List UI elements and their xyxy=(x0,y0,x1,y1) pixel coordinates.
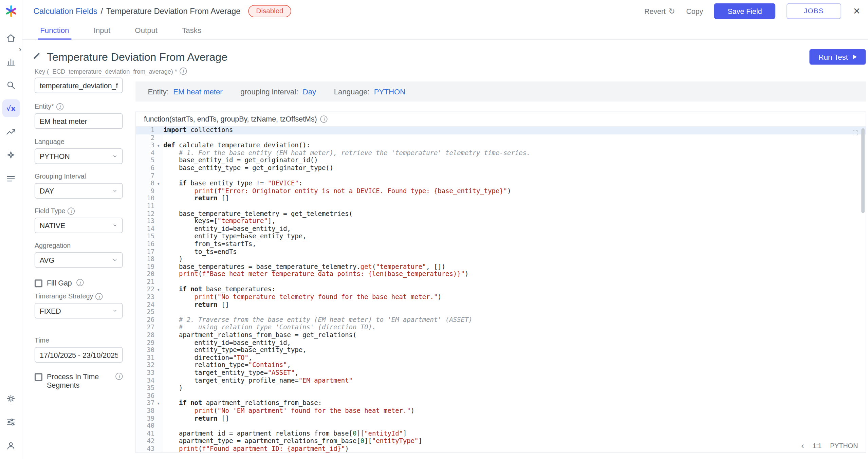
code-line[interactable]: 24 return [] xyxy=(136,301,866,309)
code-line[interactable]: 30 entity_type=base_entity_type, xyxy=(136,347,866,354)
code-line[interactable]: 21 xyxy=(136,278,866,286)
info-icon[interactable] xyxy=(115,373,123,380)
automation-icon[interactable] xyxy=(2,146,20,164)
app-logo-icon[interactable] xyxy=(4,4,17,18)
code-line[interactable]: 40 xyxy=(136,422,866,430)
code-line[interactable]: 38 print("No 'EM apartment' found for th… xyxy=(136,407,866,415)
code-line[interactable]: 12 base_temperature_telemetry = get_tele… xyxy=(136,210,866,218)
jobs-button[interactable]: JOBS xyxy=(787,3,841,19)
code-line[interactable]: 28 apartment_relations_from_base = get_r… xyxy=(136,331,866,339)
sidebar-expand-button[interactable]: › xyxy=(16,44,24,53)
timerange-strategy-select[interactable]: FIXED xyxy=(35,303,123,318)
code-line[interactable]: 10 return [] xyxy=(136,195,866,202)
context-grouping-value[interactable]: Day xyxy=(303,87,316,96)
context-entity-value[interactable]: EM heat meter xyxy=(173,87,223,96)
entity-input[interactable] xyxy=(35,113,123,129)
code-line[interactable]: 6 base_entity_type = get_originator_type… xyxy=(136,165,866,172)
tab-input[interactable]: Input xyxy=(85,22,119,39)
code-line[interactable]: 41 apartment_id = apartment_relations_fr… xyxy=(136,430,866,438)
code-line[interactable]: 31 direction="TO", xyxy=(136,354,866,362)
tab-tasks[interactable]: Tasks xyxy=(173,22,210,39)
code-line[interactable]: 35 ) xyxy=(136,385,866,392)
breadcrumb-root-link[interactable]: Calculation Fields xyxy=(34,7,97,16)
code-line[interactable]: 14 entity_id=base_entity_id, xyxy=(136,225,866,233)
code-line[interactable]: 15 entity_type=base_entity_type, xyxy=(136,233,866,240)
fold-marker-icon[interactable]: ▾ xyxy=(154,142,162,150)
menu-icon[interactable] xyxy=(2,170,20,188)
tab-output[interactable]: Output xyxy=(126,22,166,39)
fill-gap-checkbox[interactable]: Fill Gap xyxy=(35,279,123,288)
code-line[interactable]: 29 entity_id=base_entity_id, xyxy=(136,339,866,347)
language-select[interactable]: PYTHON xyxy=(35,148,123,164)
code-line[interactable]: 20 print(f"Base heat meter temperature d… xyxy=(136,271,866,278)
field-type-select[interactable]: NATIVE xyxy=(35,218,123,233)
home-icon[interactable] xyxy=(2,29,20,47)
function-signature: function(startTs, endTs, groupBy, tzName… xyxy=(144,115,317,124)
save-field-button[interactable]: Save Field xyxy=(714,3,775,19)
code-line[interactable]: 17 to_ts=endTs xyxy=(136,248,866,255)
profile-icon[interactable] xyxy=(2,436,20,454)
analytics-icon[interactable] xyxy=(2,52,20,70)
edit-title-icon[interactable] xyxy=(32,51,41,62)
close-icon[interactable]: × xyxy=(853,5,860,17)
code-line[interactable]: 4 # 1. For the base entity (EM heat mete… xyxy=(136,149,866,157)
code-line[interactable]: 22▾ if not base_temperatures: xyxy=(136,286,866,293)
code-line[interactable]: 42 apartment_type = apartment_relations_… xyxy=(136,438,866,445)
code-line[interactable]: 39 return [] xyxy=(136,415,866,422)
line-number: 34 xyxy=(136,377,154,384)
code-line[interactable]: 37▾ if not apartment_relations_from_base… xyxy=(136,400,866,407)
search-icon[interactable] xyxy=(2,76,20,94)
code-line[interactable]: 23 print("No temperature telemetry found… xyxy=(136,293,866,301)
editor-language[interactable]: PYTHON xyxy=(830,442,858,449)
code-line[interactable]: 16 from_ts=startTs, xyxy=(136,240,866,248)
grouping-interval-select[interactable]: DAY xyxy=(35,183,123,199)
fullscreen-icon[interactable] xyxy=(852,129,858,138)
code-line[interactable]: 26 # 2. Traverse from the base entity (E… xyxy=(136,316,866,324)
code-line[interactable]: 18 ) xyxy=(136,256,866,263)
context-language-value[interactable]: PYTHON xyxy=(374,87,405,96)
editor-scrollbar[interactable] xyxy=(861,128,865,213)
info-icon[interactable] xyxy=(68,207,75,214)
calculated-fields-icon[interactable]: √x xyxy=(2,99,20,117)
code-line[interactable]: 1import collections xyxy=(136,127,866,134)
info-icon[interactable] xyxy=(95,293,103,300)
trends-icon[interactable] xyxy=(2,123,20,141)
code-line[interactable]: 25 xyxy=(136,309,866,316)
process-in-time-segments-checkbox[interactable]: Process In Time Segments xyxy=(35,373,123,389)
key-input[interactable] xyxy=(35,77,123,93)
code-line[interactable]: 19 base_temperatures = base_temperature_… xyxy=(136,263,866,271)
code-text: base_entity_type = get_originator_type() xyxy=(162,164,333,172)
settings-icon[interactable] xyxy=(2,389,20,407)
code-line[interactable]: 11 xyxy=(136,202,866,210)
time-range-input[interactable] xyxy=(35,347,123,363)
run-test-button[interactable]: Run Test xyxy=(809,49,866,65)
code-line[interactable]: 2 xyxy=(136,134,866,142)
code-line[interactable]: 36 xyxy=(136,392,866,400)
code-area[interactable]: 1import collections23▾def calculate_temp… xyxy=(136,127,866,453)
info-icon[interactable] xyxy=(76,279,84,286)
fold-marker-icon[interactable]: ▾ xyxy=(154,400,162,408)
fold-marker-icon[interactable]: ▾ xyxy=(154,180,162,188)
info-icon[interactable] xyxy=(56,103,63,110)
collapse-statusbar-icon[interactable]: ‹ xyxy=(801,442,804,449)
code-line[interactable]: 5 base_entity_id = get_originator_id() xyxy=(136,157,866,164)
info-icon[interactable] xyxy=(320,115,328,123)
code-line[interactable]: 27 # using relation type 'Contains' (dir… xyxy=(136,324,866,331)
code-line[interactable]: 43 print(f"Found apartment ID: {apartmen… xyxy=(136,445,866,452)
code-line[interactable]: 3▾def calculate_temperature_deviation(): xyxy=(136,142,866,149)
filters-icon[interactable] xyxy=(2,413,20,431)
code-line[interactable]: 34 target_entity_profile_name="EM apartm… xyxy=(136,377,866,384)
aggregation-select[interactable]: AVG xyxy=(35,252,123,268)
copy-button[interactable]: Copy xyxy=(686,7,703,16)
code-line[interactable]: 32 relation_type="Contains", xyxy=(136,362,866,369)
fold-marker-icon[interactable]: ▾ xyxy=(154,287,162,294)
code-line[interactable]: 13 keys=["temperature"], xyxy=(136,218,866,225)
info-icon[interactable] xyxy=(179,68,186,75)
code-text: ) xyxy=(162,384,183,392)
revert-button[interactable]: Revert ↻ xyxy=(644,7,675,16)
tab-function[interactable]: Function xyxy=(31,22,78,39)
code-line[interactable]: 8▾ if base_entity_type != "DEVICE": xyxy=(136,180,866,187)
code-line[interactable]: 9 print(f"Error: Originator entity is no… xyxy=(136,187,866,195)
code-line[interactable]: 33 target_entity_type="ASSET", xyxy=(136,369,866,377)
code-line[interactable]: 7 xyxy=(136,172,866,180)
